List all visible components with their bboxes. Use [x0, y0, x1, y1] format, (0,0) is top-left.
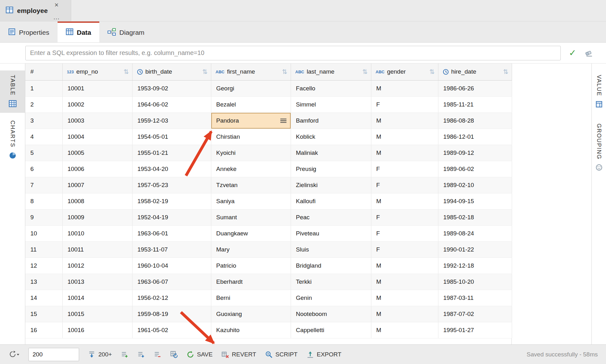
data-cell[interactable]: 10011: [62, 241, 132, 258]
data-cell[interactable]: 1964-06-02: [132, 96, 211, 112]
data-cell[interactable]: Nooteboom: [291, 306, 371, 322]
data-cell[interactable]: 1953-09-02: [132, 80, 211, 96]
panel-tab-value[interactable]: VALUE: [592, 70, 606, 113]
data-cell[interactable]: Cappelletti: [291, 322, 371, 338]
sort-toggle-icon[interactable]: ⇅: [361, 68, 368, 76]
data-cell[interactable]: 1995-01-27: [438, 322, 512, 338]
data-cell[interactable]: Zielinski: [291, 177, 371, 193]
data-cell[interactable]: M: [371, 145, 438, 161]
data-cell[interactable]: M: [371, 322, 438, 338]
data-cell[interactable]: 1960-10-04: [132, 258, 211, 274]
data-cell[interactable]: Bezalel: [211, 96, 291, 112]
editor-tab-employee[interactable]: employee × ...: [0, 0, 71, 21]
data-cell[interactable]: Mary: [211, 241, 291, 258]
data-cell[interactable]: Eberhardt: [211, 274, 291, 290]
add-row-icon[interactable]: [121, 351, 128, 358]
data-cell[interactable]: Berni: [211, 290, 291, 306]
data-cell[interactable]: F: [371, 241, 438, 258]
row-number-cell[interactable]: 11: [25, 241, 62, 258]
data-cell[interactable]: 10016: [62, 322, 132, 338]
data-cell[interactable]: 10002: [62, 96, 132, 112]
data-cell[interactable]: Kyoichi: [211, 145, 291, 161]
row-number-cell[interactable]: 9: [25, 209, 62, 225]
row-number-cell[interactable]: 7: [25, 177, 62, 193]
close-tab-icon[interactable]: ×: [54, 2, 59, 8]
row-number-cell[interactable]: 8: [25, 193, 62, 209]
data-cell[interactable]: 1989-09-12: [438, 145, 512, 161]
data-cell[interactable]: M: [371, 290, 438, 306]
tab-properties[interactable]: Properties: [0, 21, 58, 42]
data-cell[interactable]: Terkki: [291, 274, 371, 290]
data-cell[interactable]: Anneke: [211, 161, 291, 177]
sort-toggle-icon[interactable]: ⇅: [501, 68, 509, 76]
data-cell[interactable]: 1956-02-12: [132, 290, 211, 306]
data-cell[interactable]: Georgi: [211, 80, 291, 96]
data-cell[interactable]: Chirstian: [211, 129, 291, 145]
column-header-rownum[interactable]: #: [25, 64, 62, 80]
data-cell[interactable]: 1963-06-01: [132, 225, 211, 241]
data-cell[interactable]: 1985-11-21: [438, 96, 512, 112]
data-cell[interactable]: 1985-02-18: [438, 209, 512, 225]
data-cell[interactable]: 10012: [62, 258, 132, 274]
data-cell[interactable]: Koblick: [291, 129, 371, 145]
data-cell[interactable]: M: [371, 274, 438, 290]
row-number-cell[interactable]: 14: [25, 290, 62, 306]
column-header-first_name[interactable]: ABCfirst_name⇅: [211, 64, 291, 80]
data-cell[interactable]: 1987-07-02: [438, 306, 512, 322]
data-cell[interactable]: 10015: [62, 306, 132, 322]
data-cell[interactable]: 1989-06-02: [438, 161, 512, 177]
data-cell[interactable]: 1957-05-23: [132, 177, 211, 193]
data-cell[interactable]: 10004: [62, 129, 132, 145]
data-cell[interactable]: M: [371, 193, 438, 209]
data-cell[interactable]: 1994-09-15: [438, 193, 512, 209]
data-cell[interactable]: Genin: [291, 290, 371, 306]
data-cell[interactable]: 1954-05-01: [132, 129, 211, 145]
refresh-grid-icon[interactable]: [170, 351, 178, 358]
data-cell[interactable]: Facello: [291, 80, 371, 96]
data-cell[interactable]: F: [371, 225, 438, 241]
data-cell[interactable]: M: [371, 129, 438, 145]
tab-diagram[interactable]: Diagram: [99, 21, 152, 42]
presentation-tab-charts[interactable]: CHARTS: [0, 116, 25, 165]
data-cell[interactable]: 1989-08-24: [438, 225, 512, 241]
sort-toggle-icon[interactable]: ⇅: [201, 68, 208, 76]
data-cell[interactable]: Maliniak: [291, 145, 371, 161]
row-number-cell[interactable]: 5: [25, 145, 62, 161]
data-cell[interactable]: 1961-05-02: [132, 322, 211, 338]
selected-cell[interactable]: Pandora: [211, 112, 291, 129]
data-cell[interactable]: Preusig: [291, 161, 371, 177]
data-cell[interactable]: 10003: [62, 112, 132, 129]
row-number-cell[interactable]: 3: [25, 112, 62, 129]
data-cell[interactable]: 1958-02-19: [132, 193, 211, 209]
data-cell[interactable]: F: [371, 177, 438, 193]
data-cell[interactable]: 1959-12-03: [132, 112, 211, 129]
row-number-cell[interactable]: 4: [25, 129, 62, 145]
column-header-hire_date[interactable]: hire_date⇅: [438, 64, 512, 80]
data-cell[interactable]: 1986-12-01: [438, 129, 512, 145]
data-cell[interactable]: Simmel: [291, 96, 371, 112]
data-cell[interactable]: 1959-08-19: [132, 306, 211, 322]
data-cell[interactable]: F: [371, 209, 438, 225]
sort-toggle-icon[interactable]: ⇅: [280, 68, 288, 76]
data-cell[interactable]: Guoxiang: [211, 306, 291, 322]
data-cell[interactable]: 10013: [62, 274, 132, 290]
row-number-cell[interactable]: 12: [25, 258, 62, 274]
data-cell[interactable]: M: [371, 80, 438, 96]
tab-overflow-icon[interactable]: ...: [53, 15, 60, 20]
data-cell[interactable]: 10008: [62, 193, 132, 209]
data-cell[interactable]: 1992-12-18: [438, 258, 512, 274]
data-cell[interactable]: Kalloufi: [291, 193, 371, 209]
data-cell[interactable]: M: [371, 112, 438, 129]
data-cell[interactable]: 1963-06-07: [132, 274, 211, 290]
data-cell[interactable]: Piveteau: [291, 225, 371, 241]
data-cell[interactable]: M: [371, 306, 438, 322]
column-header-gender[interactable]: ABCgender⇅: [371, 64, 438, 80]
row-number-cell[interactable]: 16: [25, 322, 62, 338]
data-cell[interactable]: Saniya: [211, 193, 291, 209]
data-cell[interactable]: 10007: [62, 177, 132, 193]
delete-row-icon[interactable]: [154, 351, 161, 358]
row-number-cell[interactable]: 15: [25, 306, 62, 322]
fetch-size-input[interactable]: [28, 348, 79, 361]
data-cell[interactable]: 10010: [62, 225, 132, 241]
export-button[interactable]: EXPORT: [306, 351, 342, 358]
